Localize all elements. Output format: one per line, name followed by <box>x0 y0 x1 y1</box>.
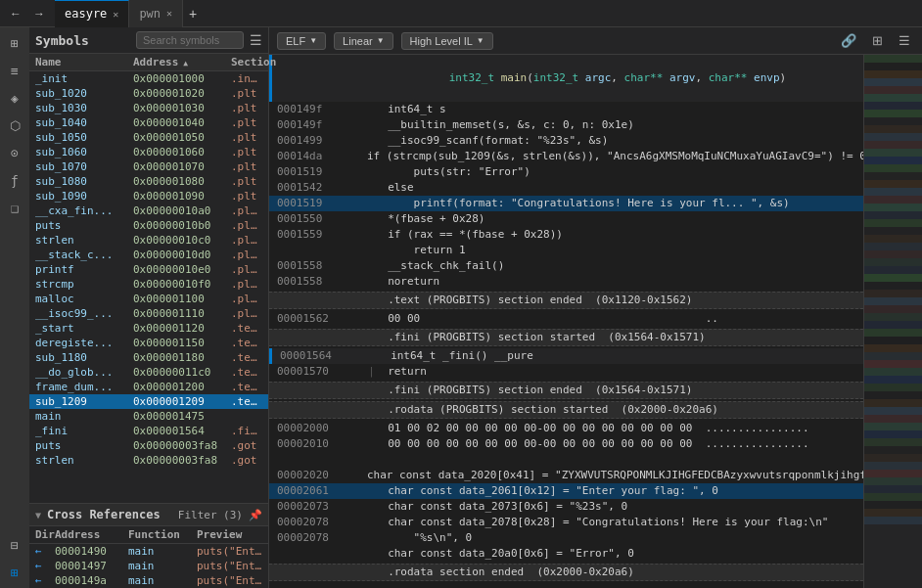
symbols-header: Symbols ☰ <box>29 27 268 54</box>
left-toolbar: ⊞ ≡ ◈ ⬡ ⊙ ƒ ❑ ⊟ ⊞ <box>0 27 29 588</box>
symbol-row-4[interactable]: sub_10500x000001050.plt <box>29 130 268 145</box>
symbol-row-7[interactable]: sub_10800x000001080.plt <box>29 174 268 189</box>
code-line-12: .text (PROGBITS) section ended (0x1120-0… <box>269 292 863 309</box>
code-view[interactable]: int32_t main(int32_t argc, char** argv, … <box>269 55 863 588</box>
content-topbar: ELF Linear High Level IL 🔗 ⊞ ☰ <box>269 27 922 55</box>
symbol-row-5[interactable]: sub_10600x000001060.plt <box>29 145 268 159</box>
symbol-row-13[interactable]: printf0x00000010e0.plt.sec <box>29 262 268 277</box>
col-name: Name <box>35 56 133 68</box>
code-line-17: .fini (PROGBITS) section ended (0x1564-0… <box>269 382 863 399</box>
symbol-row-12[interactable]: __stack_c...0x00000010d0.plt.sec <box>29 248 268 262</box>
tab-pwn[interactable]: pwn ✕ <box>129 0 183 27</box>
linear-dropdown[interactable]: Linear <box>334 32 393 50</box>
xref-pin-icon[interactable]: 📌 <box>249 509 262 521</box>
xref-filter: Filter (3) <box>178 509 243 521</box>
code-line-8: 0001559 if (rax == *(fbase + 0x28)) <box>269 227 863 243</box>
symbol-row-22[interactable]: sub_12090x000001209.text <box>29 394 268 409</box>
code-line-28: .rodata section ended (0x2000-0x20a6) <box>269 564 863 581</box>
symbol-row-21[interactable]: frame_dum...0x000001200.text <box>29 380 268 394</box>
symbol-row-10[interactable]: puts0x00000010b0.plt.sec <box>29 218 268 233</box>
xref-row-2[interactable]: ←0000149amainputs("Enter yo <box>29 573 268 588</box>
code-line-25: 00002078 char const data_2078[0x28] = "C… <box>269 515 863 530</box>
new-tab-button[interactable]: + <box>183 6 203 22</box>
xref-col-func: Function <box>128 528 197 541</box>
toolbar-home-icon[interactable]: ⊞ <box>3 31 26 55</box>
code-line-15: 00001564 int64_t _fini() __pure <box>269 348 863 364</box>
symbol-row-19[interactable]: sub_11800x000001180.text <box>29 350 268 365</box>
tab-easyre[interactable]: easyre ✕ <box>55 0 129 27</box>
symbol-row-15[interactable]: malloc0x000001100.plt.sec <box>29 292 268 306</box>
symbol-row-6[interactable]: sub_10700x000001070.plt <box>29 159 268 174</box>
xref-col-addr: Address <box>55 528 128 541</box>
link-icon[interactable]: 🔗 <box>837 31 860 50</box>
highlevel-dropdown[interactable]: High Level IL <box>401 32 493 50</box>
symbols-table: _init0x000001000.initsub_10200x000001020… <box>29 71 268 503</box>
xref-row-0[interactable]: ←00001490mainputs("Enter yo <box>29 544 268 559</box>
code-line-19: 00002000 01 00 02 00 00 00 00 00-00 00 0… <box>269 421 863 436</box>
toolbar-graph-icon[interactable]: ◈ <box>3 86 26 110</box>
code-line-5: 0001542 else <box>269 180 863 196</box>
xref-col-prev: Preview <box>197 528 262 541</box>
symbol-row-18[interactable]: deregiste...0x000001150.text <box>29 336 268 350</box>
xref-header: ▼ Cross References Filter (3) 📌 <box>29 504 268 526</box>
toolbar-function-icon[interactable]: ƒ <box>3 168 26 192</box>
xref-title: Cross References <box>47 508 172 521</box>
func-signature: int32_t main(int32_t argc, char** argv, … <box>371 55 786 102</box>
symbol-row-3[interactable]: sub_10400x000001040.plt <box>29 115 268 130</box>
symbol-row-23[interactable]: main0x000001475 <box>29 409 268 424</box>
toolbar-tag-icon[interactable]: ⬡ <box>3 113 26 137</box>
symbol-row-14[interactable]: strcmp0x00000010f0.plt.sec <box>29 277 268 292</box>
tab-easyre-close[interactable]: ✕ <box>113 9 118 20</box>
columns-icon[interactable]: ⊞ <box>868 31 887 50</box>
code-line-11: 0001558 noreturn <box>269 274 863 290</box>
symbol-row-17[interactable]: _start0x000001120.text <box>29 321 268 336</box>
back-button[interactable]: ← <box>6 5 25 23</box>
symbol-row-2[interactable]: sub_10300x000001030.plt <box>29 101 268 115</box>
code-line-6: 0001519 printf(format: "Congratulations!… <box>269 196 863 211</box>
code-line-7: 0001550 *(fbase + 0x28) <box>269 211 863 227</box>
toolbar-layers-icon[interactable]: ❑ <box>3 196 26 219</box>
symbol-row-26[interactable]: strlen0x00000003fa8.got <box>29 453 268 468</box>
code-line-24: 00002073 char const data_2073[0x6] = "%2… <box>269 499 863 515</box>
symbol-row-24[interactable]: _fini0x000001564.fini <box>29 424 268 438</box>
code-line-1: 000149f __builtin_memset(s, &s, c: 0, n:… <box>269 117 863 133</box>
code-line-0: 000149f int64_t s <box>269 102 863 117</box>
code-line-9: return 1 <box>269 243 863 258</box>
symbol-row-9[interactable]: __cxa_fin...0x00000010a0.plt.got <box>29 204 268 218</box>
toolbar-person-icon[interactable]: ⊙ <box>3 141 26 164</box>
xref-rows: ←00001490mainputs("Enter yo←00001497main… <box>29 544 268 588</box>
code-line-22: 00002020 char const data_2020[0x41] = "Z… <box>269 468 863 483</box>
toolbar-grid-icon[interactable]: ⊟ <box>3 533 26 557</box>
code-line-16: 00001570 | return <box>269 364 863 380</box>
toolbar-code-icon[interactable]: ⊞ <box>3 561 26 584</box>
xref-collapse-icon[interactable]: ▼ <box>35 510 41 520</box>
code-line-10: 0001558 __stack_chk_fail() <box>269 258 863 274</box>
minimap[interactable] <box>863 55 922 588</box>
symbol-row-0[interactable]: _init0x000001000.init <box>29 71 268 86</box>
toolbar-symbols-icon[interactable]: ≡ <box>3 59 26 82</box>
tab-easyre-label: easyre <box>65 7 107 21</box>
code-line-2: 0001499 __isoc99_scanf(format: "%23s", &… <box>269 133 863 149</box>
forward-button[interactable]: → <box>29 5 49 23</box>
symbols-menu-icon[interactable]: ☰ <box>250 32 262 48</box>
menu-icon[interactable]: ☰ <box>895 31 914 50</box>
col-address: Address <box>133 56 231 68</box>
symbol-row-1[interactable]: sub_10200x000001020.plt <box>29 86 268 101</box>
func-addr <box>280 55 358 102</box>
symbols-table-header: Name Address Section <box>29 54 268 71</box>
symbols-search-input[interactable] <box>136 31 244 49</box>
func-signature-line: int32_t main(int32_t argc, char** argv, … <box>269 55 863 102</box>
symbol-row-25[interactable]: puts0x00000003fa8.got <box>29 438 268 453</box>
symbol-row-16[interactable]: __isoc99_...0x000001110.plt.sec <box>29 306 268 321</box>
symbol-row-8[interactable]: sub_10900x000001090.plt <box>29 189 268 204</box>
code-line-14: .fini (PROGBITS) section started (0x1564… <box>269 329 863 346</box>
xref-row-1[interactable]: ←00001497mainputs("Enter yo <box>29 559 268 573</box>
code-line-26: 00002078 "%s\n", 0 <box>269 530 863 546</box>
code-line-23: 00002061 char const data_2061[0x12] = "E… <box>269 483 863 499</box>
symbol-row-20[interactable]: __do_glob...0x00000011c0.text <box>29 365 268 380</box>
tab-bar: ← → easyre ✕ pwn ✕ + <box>0 0 922 27</box>
main-layout: ⊞ ≡ ◈ ⬡ ⊙ ƒ ❑ ⊟ ⊞ Symbols ☰ Name Address… <box>0 27 922 588</box>
symbol-row-11[interactable]: strlen0x00000010c0.plt.sec <box>29 233 268 248</box>
elf-dropdown[interactable]: ELF <box>277 32 326 50</box>
tab-pwn-close[interactable]: ✕ <box>166 8 172 19</box>
